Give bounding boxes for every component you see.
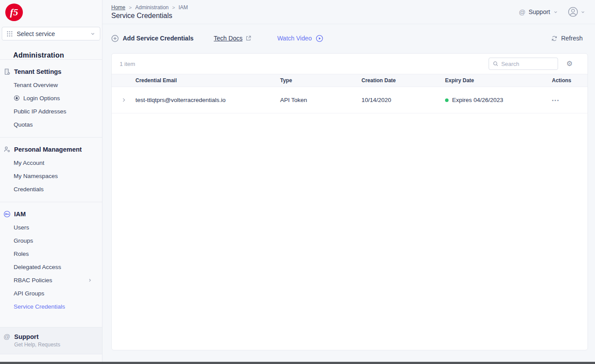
cell-credential-email: test-ttlqtprs@volterracredentials.io: [133, 97, 277, 103]
section-head-tenant-settings[interactable]: Tenant Settings: [0, 65, 102, 78]
refresh-button[interactable]: Refresh: [551, 35, 583, 42]
refresh-icon: [551, 35, 558, 42]
table-row: test-ttlqtprs@volterracredentials.io API…: [112, 87, 588, 113]
search-icon: [493, 61, 499, 67]
breadcrumb: Home > Administration > IAM: [111, 4, 188, 11]
plus-circle-icon: [111, 35, 119, 42]
sidebar-item-service-credentials[interactable]: Service Credentials: [0, 300, 102, 313]
chevron-down-icon: [553, 10, 558, 15]
sidebar-item-my-namespaces[interactable]: My Namespaces: [0, 169, 102, 182]
tech-docs-label: Tech Docs: [214, 35, 242, 42]
watch-video-label: Watch Video: [277, 35, 312, 42]
cell-creation-date: 10/14/2020: [359, 97, 442, 103]
sidebar-item-roles[interactable]: Roles: [0, 247, 102, 260]
support-icon: @: [519, 9, 526, 15]
breadcrumb-home-link[interactable]: Home: [111, 4, 125, 11]
col-expiry-date[interactable]: Expiry Date: [442, 77, 549, 84]
cell-type: API Token: [277, 97, 359, 103]
section-tenant-settings: Tenant Settings Tenant Overview Login Op…: [0, 59, 102, 137]
toolbar: Add Service Credentials Tech Docs Watch …: [102, 24, 595, 52]
col-actions: Actions: [549, 77, 588, 84]
sidebar-item-public-ip-addresses[interactable]: Public IP Addresses: [0, 105, 102, 118]
row-actions-button[interactable]: •••: [549, 98, 588, 103]
breadcrumb-separator: >: [129, 5, 131, 10]
support-subtitle: Get Help, Requests: [14, 342, 60, 348]
external-link-icon: [245, 35, 252, 41]
f5-logo[interactable]: f5: [5, 4, 23, 21]
grid-icon: [7, 31, 13, 37]
page-title: Service Credentials: [111, 12, 188, 20]
section-head-personal-management[interactable]: Personal Management: [0, 143, 102, 156]
chevron-down-icon: [580, 10, 585, 15]
section-title: IAM: [14, 211, 26, 218]
person-gear-icon: [4, 146, 11, 153]
sidebar-item-tenant-overview[interactable]: Tenant Overview: [0, 78, 102, 91]
key-circle-icon: [4, 211, 11, 218]
col-type[interactable]: Type: [277, 77, 359, 84]
sidebar-item-groups[interactable]: Groups: [0, 234, 102, 247]
chevron-right-icon: [121, 97, 127, 103]
section-iam: IAM Users Groups Roles Delegated Access …: [0, 202, 102, 319]
breadcrumb-iam[interactable]: IAM: [179, 4, 188, 11]
section-head-iam[interactable]: IAM: [0, 207, 102, 221]
support-title: Support: [14, 333, 60, 340]
sidebar-item-login-options[interactable]: Login Options: [0, 91, 102, 105]
support-menu-label: Support: [529, 8, 550, 15]
search-input[interactable]: [501, 61, 554, 67]
section-title: Tenant Settings: [14, 68, 62, 75]
avatar-icon: [568, 7, 578, 17]
play-circle-icon: [316, 35, 323, 42]
tech-docs-link[interactable]: Tech Docs: [214, 35, 252, 42]
sidebar-item-my-account[interactable]: My Account: [0, 156, 102, 169]
search-box: [489, 58, 558, 70]
building-icon: [4, 68, 11, 75]
expiry-label: Expires 04/26/2023: [452, 97, 503, 103]
gear-icon[interactable]: ⚙: [566, 60, 573, 67]
section-personal-management: Personal Management My Account My Namesp…: [0, 137, 102, 202]
service-selector-label: Select service: [17, 30, 90, 37]
chevron-down-icon: [90, 31, 95, 36]
row-expand-button[interactable]: [112, 97, 133, 103]
status-dot: [445, 98, 449, 102]
f5-logo-text: f5: [10, 7, 18, 18]
credentials-panel: 1 item ⚙ Credential Email Type Creation …: [111, 53, 588, 350]
sidebar-support[interactable]: @ Support Get Help, Requests: [0, 327, 102, 354]
table-header: Credential Email Type Creation Date Expi…: [112, 74, 588, 87]
sidebar-item-credentials[interactable]: Credentials: [0, 182, 102, 196]
section-title: Personal Management: [14, 146, 82, 153]
sidebar-item-rbac-policies[interactable]: RBAC Policies: [0, 273, 102, 287]
app-root: f5 Select service Administration: [0, 0, 595, 364]
top-header: Home > Administration > IAM Service Cred…: [102, 0, 595, 24]
account-menu[interactable]: [568, 7, 585, 17]
sidebar-item-delegated-access[interactable]: Delegated Access: [0, 260, 102, 273]
add-service-credentials-button[interactable]: Add Service Credentials: [111, 35, 193, 42]
sidebar-item-api-groups[interactable]: API Groups: [0, 287, 102, 300]
refresh-label: Refresh: [561, 35, 583, 42]
watch-video-link[interactable]: Watch Video: [277, 35, 323, 42]
item-count: 1 item: [120, 61, 135, 67]
logo-row: f5: [0, 0, 102, 25]
chevron-right-icon: [88, 278, 92, 283]
add-service-credentials-label: Add Service Credentials: [123, 35, 193, 42]
sidebar-item-quotas[interactable]: Quotas: [0, 118, 102, 131]
lock-circle-icon: [14, 95, 20, 101]
service-selector[interactable]: Select service: [2, 27, 100, 40]
sidebar-footer-spacer: [0, 354, 102, 364]
support-menu[interactable]: @ Support: [519, 8, 558, 15]
sidebar-heading: Administration: [13, 51, 102, 59]
col-creation-date[interactable]: Creation Date: [359, 77, 442, 84]
support-icon: @: [4, 333, 10, 348]
breadcrumb-separator: >: [172, 5, 175, 10]
sidebar-item-users[interactable]: Users: [0, 221, 102, 234]
col-credential-email[interactable]: Credential Email: [133, 77, 277, 84]
main-area: Home > Administration > IAM Service Cred…: [102, 0, 595, 364]
sidebar: f5 Select service Administration: [0, 0, 102, 364]
panel-header: 1 item ⚙: [112, 54, 588, 74]
cell-expiry-date: Expires 04/26/2023: [442, 97, 549, 103]
breadcrumb-administration[interactable]: Administration: [135, 4, 168, 11]
